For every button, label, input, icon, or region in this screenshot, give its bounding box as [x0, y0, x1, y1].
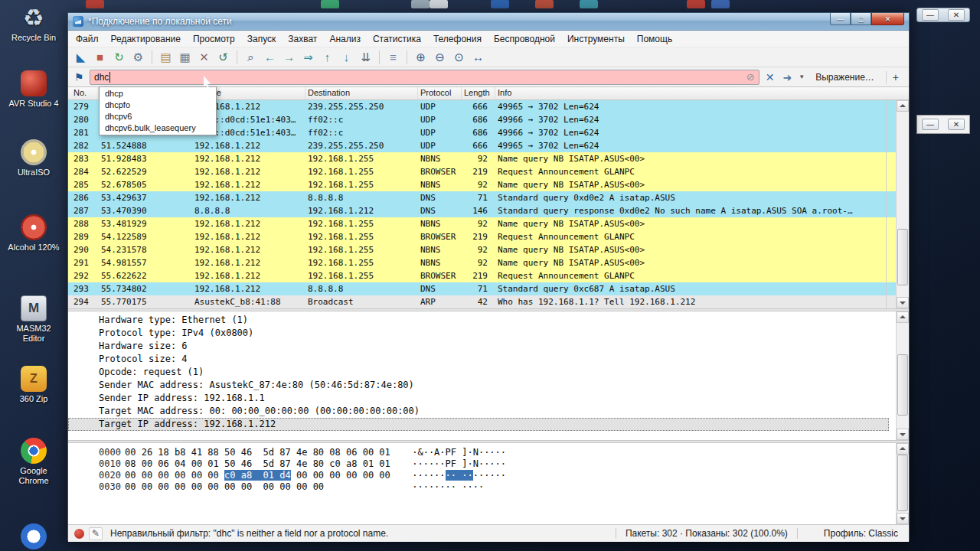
- partial-desktop-icon[interactable]: [711, 0, 730, 8]
- restart-capture-button[interactable]: ↻: [110, 48, 128, 66]
- packet-row[interactable]: 29054.231578192.168.1.212192.168.1.255NB…: [68, 243, 886, 256]
- detail-field[interactable]: Sender IP address: 192.168.1.1: [68, 392, 909, 405]
- go-forward-button[interactable]: →: [280, 48, 298, 66]
- stop-capture-button[interactable]: ■: [91, 48, 109, 66]
- partial-desktop-icon[interactable]: [321, 0, 339, 8]
- detail-field[interactable]: Opcode: request (1): [68, 366, 909, 379]
- menu-редактирование[interactable]: Редактирование: [105, 32, 187, 46]
- column-header-len[interactable]: Length: [462, 87, 495, 99]
- capture-options-button[interactable]: ⚙: [129, 48, 147, 66]
- zoom-out-button[interactable]: ⊖: [431, 48, 449, 66]
- menu-беспроводной[interactable]: Беспроводной: [488, 32, 561, 46]
- profile-selector[interactable]: Профиль: Classic: [824, 528, 903, 539]
- add-filter-button[interactable]: +: [886, 71, 905, 83]
- expert-info-icon[interactable]: [74, 529, 84, 539]
- save-file-button[interactable]: ▦: [176, 48, 194, 66]
- scroll-down-icon[interactable]: [897, 297, 909, 308]
- title-bar[interactable]: *Подключение по локальной сети —▢✕: [68, 13, 909, 31]
- desktop-icon-alcohol-120-[interactable]: Alcohol 120%: [5, 214, 63, 253]
- column-header-info[interactable]: Info: [495, 87, 886, 99]
- reload-file-button[interactable]: ↺: [214, 48, 232, 66]
- background-close-button-2[interactable]: ✕: [948, 119, 965, 130]
- menu-инструменты[interactable]: Инструменты: [561, 32, 631, 46]
- packet-row[interactable]: 28552.678505192.168.1.212192.168.1.255NB…: [68, 178, 886, 191]
- go-first-button[interactable]: ↑: [318, 48, 336, 66]
- column-header-no[interactable]: No.: [71, 87, 99, 99]
- packet-row[interactable]: 29455.770175AsustekC_b8:41:88BroadcastAR…: [68, 295, 886, 308]
- scroll-down-icon[interactable]: [897, 429, 909, 440]
- autocomplete-item[interactable]: dhcpfo: [100, 99, 216, 111]
- scroll-up-icon[interactable]: [897, 100, 909, 112]
- scroll-up-icon[interactable]: [897, 311, 909, 323]
- background-close-button[interactable]: ✕: [948, 9, 965, 21]
- autocomplete-item[interactable]: dhcpv6.bulk_leasequery: [100, 122, 216, 134]
- desktop-icon-ultraiso[interactable]: UltraISO: [5, 139, 63, 178]
- packet-row[interactable]: 29255.622622192.168.1.212192.168.1.255BR…: [68, 269, 886, 282]
- find-packet-button[interactable]: ⌕: [242, 48, 260, 66]
- menu-статистика[interactable]: Статистика: [367, 32, 427, 46]
- menu-помощь[interactable]: Помощь: [631, 32, 678, 46]
- scroll-thumb[interactable]: [897, 354, 908, 416]
- detail-field[interactable]: Hardware type: Ethernet (1): [68, 314, 909, 327]
- column-header-proto[interactable]: Protocol: [418, 87, 462, 99]
- menu-файл[interactable]: Файл: [70, 32, 105, 46]
- partial-desktop-icon[interactable]: [86, 0, 104, 8]
- partial-desktop-icon[interactable]: [535, 0, 554, 8]
- resize-columns-button[interactable]: ↔: [469, 48, 487, 66]
- detail-field[interactable]: Protocol type: IPv4 (0x0800): [68, 327, 909, 340]
- partial-desktop-icon[interactable]: [430, 0, 448, 8]
- close-file-button[interactable]: ✕: [195, 48, 213, 66]
- desktop-icon-masm32-editor[interactable]: MMASM32 Editor: [5, 295, 63, 344]
- autocomplete-item[interactable]: dhcp: [100, 88, 216, 99]
- go-back-button[interactable]: ←: [261, 48, 279, 66]
- menu-анализ[interactable]: Анализ: [323, 32, 367, 46]
- close-button[interactable]: ✕: [871, 13, 904, 25]
- packet-row[interactable]: 28753.4703908.8.8.8192.168.1.212DNS146St…: [68, 204, 886, 217]
- filter-input[interactable]: dhc ⊘: [90, 70, 760, 85]
- hex-row[interactable]: 001008 00 06 04 00 01 50 46 5d 87 4e 80 …: [68, 458, 909, 470]
- detail-field[interactable]: Target IP address: 192.168.1.212: [68, 418, 889, 431]
- packet-row[interactable]: 29355.734802192.168.1.2128.8.8.8DNS71Sta…: [68, 282, 886, 295]
- zoom-original-button[interactable]: ⊙: [450, 48, 468, 66]
- packet-row[interactable]: 28351.928483192.168.1.212192.168.1.255NB…: [68, 152, 886, 165]
- scroll-thumb[interactable]: [897, 229, 908, 285]
- filter-clear-embedded-icon[interactable]: ⊘: [746, 71, 755, 83]
- filter-history-dropdown-icon[interactable]: ▼: [798, 73, 805, 80]
- filter-bookmark-icon[interactable]: ⚑: [72, 71, 86, 83]
- hex-row[interactable]: 002000 00 00 00 00 00 c0 a8 01 d4 00 00 …: [68, 470, 909, 481]
- desktop-icon-google-chrome[interactable]: Google Chrome: [5, 438, 63, 486]
- filter-apply-button[interactable]: ➜: [780, 71, 794, 83]
- background-minimize-button[interactable]: —: [922, 9, 939, 21]
- packet-row[interactable]: 28853.481929192.168.1.212192.168.1.255NB…: [68, 217, 886, 230]
- menu-захват[interactable]: Захват: [282, 32, 323, 46]
- packet-row[interactable]: 28954.122589192.168.1.212192.168.1.255BR…: [68, 230, 886, 243]
- packet-row[interactable]: 28452.622529192.168.1.212192.168.1.255BR…: [68, 165, 886, 178]
- hex-row[interactable]: 000000 26 18 b8 41 88 50 46 5d 87 4e 80 …: [68, 447, 909, 458]
- column-header-dst[interactable]: Destination: [305, 87, 418, 99]
- detail-field[interactable]: Sender MAC address: AsustekC_87:4e:80 (5…: [68, 379, 909, 392]
- desktop-icon-partial[interactable]: [5, 523, 63, 551]
- desktop-icon-avr-studio-4[interactable]: AVR Studio 4: [5, 70, 63, 109]
- partial-desktop-icon[interactable]: [491, 0, 509, 8]
- go-to-packet-button[interactable]: ⇒: [299, 48, 317, 66]
- hex-row[interactable]: 003000 00 00 00 00 00 00 00 00 00 00 00·…: [68, 481, 909, 493]
- detail-field[interactable]: Target MAC address: 00: 00:00_00:00:00 (…: [68, 405, 909, 418]
- packet-row[interactable]: 28653.429637192.168.1.2128.8.8.8DNS71Sta…: [68, 191, 886, 204]
- menu-запуск[interactable]: Запуск: [241, 32, 283, 46]
- scroll-thumb[interactable]: [897, 455, 908, 511]
- go-last-button[interactable]: ↓: [338, 48, 355, 66]
- capture-comment-icon[interactable]: ✎: [89, 527, 103, 540]
- start-capture-button[interactable]: ◣: [72, 48, 90, 66]
- open-file-button[interactable]: ▤: [157, 48, 175, 66]
- packet-minimap[interactable]: [886, 100, 896, 308]
- detail-field[interactable]: Protocol size: 4: [68, 353, 909, 366]
- desktop-icon-recycle-bin[interactable]: ♻Recycle Bin: [5, 5, 63, 43]
- auto-scroll-button[interactable]: ⇊: [357, 48, 374, 66]
- desktop-icon-360-zip[interactable]: Z360 Zip: [5, 366, 63, 404]
- background-minimize-button-2[interactable]: —: [922, 119, 939, 130]
- partial-desktop-icon[interactable]: [411, 0, 430, 8]
- partial-desktop-icon[interactable]: [580, 0, 598, 8]
- maximize-button[interactable]: ▢: [851, 13, 871, 25]
- menu-просмотр[interactable]: Просмотр: [187, 32, 241, 46]
- minimize-button[interactable]: —: [830, 13, 851, 25]
